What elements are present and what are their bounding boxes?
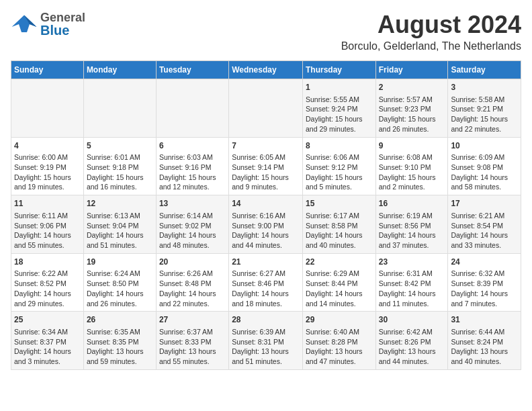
day-number: 26 bbox=[87, 314, 153, 326]
weekday-header: Monday bbox=[83, 61, 156, 79]
calendar-cell bbox=[11, 79, 84, 138]
day-info: Sunrise: 5:58 AMSunset: 9:21 PMDaylight:… bbox=[451, 95, 518, 134]
calendar-cell bbox=[156, 79, 228, 138]
day-info: Sunrise: 6:05 AMSunset: 9:14 PMDaylight:… bbox=[232, 152, 300, 192]
day-number: 7 bbox=[232, 140, 300, 152]
day-info: Sunrise: 6:35 AMSunset: 8:35 PMDaylight:… bbox=[87, 327, 153, 367]
calendar-body: 1Sunrise: 5:55 AMSunset: 9:24 PMDaylight… bbox=[11, 79, 521, 370]
calendar-cell: 29Sunrise: 6:40 AMSunset: 8:28 PMDayligh… bbox=[302, 312, 375, 370]
calendar-cell: 5Sunrise: 6:01 AMSunset: 9:18 PMDaylight… bbox=[83, 137, 156, 195]
day-info: Sunrise: 5:57 AMSunset: 9:23 PMDaylight:… bbox=[379, 95, 445, 134]
calendar-cell: 24Sunrise: 6:32 AMSunset: 8:39 PMDayligh… bbox=[448, 253, 521, 312]
day-info: Sunrise: 6:00 AMSunset: 9:19 PMDaylight:… bbox=[14, 152, 81, 192]
day-number: 8 bbox=[306, 140, 373, 152]
calendar-cell: 9Sunrise: 6:08 AMSunset: 9:10 PMDaylight… bbox=[375, 137, 448, 195]
calendar-cell: 16Sunrise: 6:19 AMSunset: 8:56 PMDayligh… bbox=[375, 195, 448, 254]
day-number: 25 bbox=[14, 314, 81, 326]
location-title: Borculo, Gelderland, The Netherlands bbox=[341, 40, 521, 52]
weekday-header: Sunday bbox=[11, 61, 84, 79]
calendar-cell: 31Sunrise: 6:44 AMSunset: 8:24 PMDayligh… bbox=[448, 312, 521, 370]
day-info: Sunrise: 6:16 AMSunset: 9:00 PMDaylight:… bbox=[232, 211, 300, 250]
calendar-cell: 27Sunrise: 6:37 AMSunset: 8:33 PMDayligh… bbox=[156, 312, 228, 370]
day-info: Sunrise: 6:44 AMSunset: 8:24 PMDaylight:… bbox=[451, 327, 518, 367]
day-info: Sunrise: 6:40 AMSunset: 8:28 PMDaylight:… bbox=[306, 327, 373, 367]
day-info: Sunrise: 6:01 AMSunset: 9:18 PMDaylight:… bbox=[87, 152, 153, 192]
day-number: 18 bbox=[14, 257, 81, 268]
day-number: 16 bbox=[379, 198, 445, 210]
day-number: 3 bbox=[451, 82, 518, 93]
day-info: Sunrise: 6:11 AMSunset: 9:06 PMDaylight:… bbox=[14, 211, 81, 250]
day-number: 5 bbox=[87, 140, 153, 152]
day-number: 11 bbox=[14, 198, 81, 210]
day-number: 27 bbox=[159, 314, 226, 326]
day-info: Sunrise: 5:55 AMSunset: 9:24 PMDaylight:… bbox=[306, 95, 373, 134]
calendar-cell: 13Sunrise: 6:14 AMSunset: 9:02 PMDayligh… bbox=[156, 195, 228, 254]
day-info: Sunrise: 6:13 AMSunset: 9:04 PMDaylight:… bbox=[87, 211, 153, 250]
calendar-table: SundayMondayTuesdayWednesdayThursdayFrid… bbox=[11, 60, 521, 370]
calendar-cell: 3Sunrise: 5:58 AMSunset: 9:21 PMDaylight… bbox=[448, 79, 521, 138]
calendar-cell: 22Sunrise: 6:29 AMSunset: 8:44 PMDayligh… bbox=[302, 253, 375, 312]
weekday-header: Tuesday bbox=[156, 61, 228, 79]
day-info: Sunrise: 6:09 AMSunset: 9:08 PMDaylight:… bbox=[451, 152, 518, 192]
calendar-cell: 23Sunrise: 6:31 AMSunset: 8:42 PMDayligh… bbox=[375, 253, 448, 312]
calendar-cell: 6Sunrise: 6:03 AMSunset: 9:16 PMDaylight… bbox=[156, 137, 228, 195]
day-number: 1 bbox=[306, 82, 373, 93]
calendar-cell bbox=[83, 79, 156, 138]
day-info: Sunrise: 6:34 AMSunset: 8:37 PMDaylight:… bbox=[14, 327, 81, 367]
day-info: Sunrise: 6:03 AMSunset: 9:16 PMDaylight:… bbox=[159, 152, 226, 192]
weekday-header: Thursday bbox=[302, 61, 375, 79]
logo-text: General Blue bbox=[40, 11, 85, 37]
day-number: 2 bbox=[379, 82, 445, 93]
calendar-cell: 2Sunrise: 5:57 AMSunset: 9:23 PMDaylight… bbox=[375, 79, 448, 138]
day-info: Sunrise: 6:14 AMSunset: 9:02 PMDaylight:… bbox=[159, 211, 226, 250]
day-number: 24 bbox=[451, 257, 518, 268]
logo: General Blue bbox=[11, 11, 85, 38]
day-number: 17 bbox=[451, 198, 518, 210]
day-info: Sunrise: 6:22 AMSunset: 8:52 PMDaylight:… bbox=[14, 269, 81, 308]
day-number: 29 bbox=[306, 314, 373, 326]
calendar-cell: 28Sunrise: 6:39 AMSunset: 8:31 PMDayligh… bbox=[229, 312, 303, 370]
day-number: 14 bbox=[232, 198, 300, 210]
day-info: Sunrise: 6:31 AMSunset: 8:42 PMDaylight:… bbox=[379, 269, 445, 308]
calendar-cell: 17Sunrise: 6:21 AMSunset: 8:54 PMDayligh… bbox=[448, 195, 521, 254]
day-number: 15 bbox=[306, 198, 373, 210]
day-info: Sunrise: 6:42 AMSunset: 8:26 PMDaylight:… bbox=[379, 327, 445, 367]
calendar-cell: 21Sunrise: 6:27 AMSunset: 8:46 PMDayligh… bbox=[229, 253, 303, 312]
day-info: Sunrise: 6:17 AMSunset: 8:58 PMDaylight:… bbox=[306, 211, 373, 250]
weekday-header: Wednesday bbox=[229, 61, 303, 79]
day-number: 20 bbox=[159, 257, 226, 268]
logo-icon bbox=[11, 11, 38, 38]
day-info: Sunrise: 6:32 AMSunset: 8:39 PMDaylight:… bbox=[451, 269, 518, 308]
day-info: Sunrise: 6:08 AMSunset: 9:10 PMDaylight:… bbox=[379, 152, 445, 192]
day-number: 30 bbox=[379, 314, 445, 326]
day-number: 9 bbox=[379, 140, 445, 152]
day-info: Sunrise: 6:21 AMSunset: 8:54 PMDaylight:… bbox=[451, 211, 518, 250]
day-info: Sunrise: 6:06 AMSunset: 9:12 PMDaylight:… bbox=[306, 152, 373, 192]
calendar-week-row: 1Sunrise: 5:55 AMSunset: 9:24 PMDaylight… bbox=[11, 79, 521, 138]
calendar-cell: 12Sunrise: 6:13 AMSunset: 9:04 PMDayligh… bbox=[83, 195, 156, 254]
calendar-cell: 8Sunrise: 6:06 AMSunset: 9:12 PMDaylight… bbox=[302, 137, 375, 195]
header-row: SundayMondayTuesdayWednesdayThursdayFrid… bbox=[11, 61, 521, 79]
calendar-cell: 4Sunrise: 6:00 AMSunset: 9:19 PMDaylight… bbox=[11, 137, 84, 195]
calendar-cell: 30Sunrise: 6:42 AMSunset: 8:26 PMDayligh… bbox=[375, 312, 448, 370]
day-number: 4 bbox=[14, 140, 81, 152]
logo-blue-text: Blue bbox=[40, 24, 85, 37]
day-number: 19 bbox=[87, 257, 153, 268]
day-number: 6 bbox=[159, 140, 226, 152]
calendar-cell: 26Sunrise: 6:35 AMSunset: 8:35 PMDayligh… bbox=[83, 312, 156, 370]
calendar-cell: 11Sunrise: 6:11 AMSunset: 9:06 PMDayligh… bbox=[11, 195, 84, 254]
day-number: 12 bbox=[87, 198, 153, 210]
calendar-cell: 25Sunrise: 6:34 AMSunset: 8:37 PMDayligh… bbox=[11, 312, 84, 370]
calendar-cell bbox=[229, 79, 303, 138]
title-area: August 2024 Borculo, Gelderland, The Net… bbox=[341, 11, 521, 52]
calendar-cell: 18Sunrise: 6:22 AMSunset: 8:52 PMDayligh… bbox=[11, 253, 84, 312]
logo-general-text: General bbox=[40, 11, 85, 24]
day-info: Sunrise: 6:27 AMSunset: 8:46 PMDaylight:… bbox=[232, 269, 300, 308]
day-number: 21 bbox=[232, 257, 300, 268]
day-number: 31 bbox=[451, 314, 518, 326]
day-number: 13 bbox=[159, 198, 226, 210]
calendar-cell: 14Sunrise: 6:16 AMSunset: 9:00 PMDayligh… bbox=[229, 195, 303, 254]
day-number: 23 bbox=[379, 257, 445, 268]
day-number: 10 bbox=[451, 140, 518, 152]
calendar-week-row: 25Sunrise: 6:34 AMSunset: 8:37 PMDayligh… bbox=[11, 312, 521, 370]
